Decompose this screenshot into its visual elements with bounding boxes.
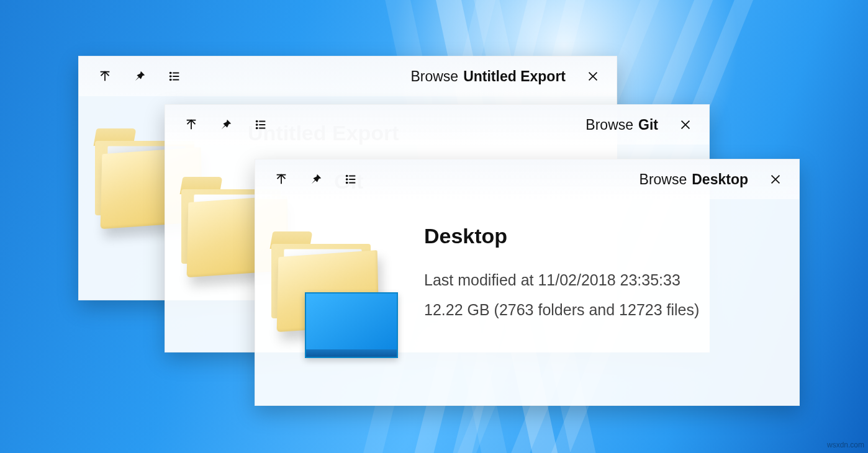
up-button[interactable] — [264, 167, 299, 192]
close-icon — [586, 70, 600, 83]
breadcrumb[interactable]: Browse Desktop — [640, 171, 748, 188]
list-options-icon — [344, 173, 358, 186]
toolbar: Browse Git — [165, 105, 709, 145]
toolbar: Browse Untitled Export — [79, 56, 617, 96]
browse-label: Browse — [640, 171, 687, 188]
pin-icon — [133, 70, 147, 83]
svg-point-7 — [346, 179, 348, 180]
folder-title: Desktop — [424, 224, 780, 248]
svg-point-6 — [346, 176, 348, 177]
close-button[interactable] — [671, 112, 700, 137]
browse-name: Untitled Export — [463, 68, 566, 85]
pin-icon — [219, 118, 233, 132]
breadcrumb[interactable]: Browse Untitled Export — [410, 68, 566, 85]
pin-button[interactable] — [299, 167, 333, 192]
svg-point-8 — [346, 182, 348, 184]
svg-point-3 — [256, 121, 258, 122]
info-panel: Desktop Last modified at 11/02/2018 23:3… — [424, 218, 780, 361]
folder-thumbnail — [265, 218, 402, 361]
options-button[interactable] — [157, 64, 192, 89]
svg-point-4 — [256, 124, 258, 125]
list-options-icon — [168, 70, 181, 83]
up-button[interactable] — [174, 112, 209, 137]
size-stats: 12.22 GB (2763 folders and 12723 files) — [424, 295, 780, 325]
pin-icon — [309, 173, 323, 186]
svg-point-1 — [170, 76, 171, 77]
arrow-up-icon — [98, 70, 112, 83]
up-button[interactable] — [88, 64, 122, 89]
svg-point-2 — [170, 79, 171, 81]
options-button[interactable] — [333, 167, 368, 192]
browse-label: Browse — [410, 68, 458, 85]
arrow-up-icon — [184, 118, 198, 132]
close-icon — [679, 118, 692, 132]
arrow-up-icon — [274, 173, 288, 186]
browse-name: Desktop — [692, 171, 748, 188]
preview-window-desktop: Browse Desktop Desktop Last modified at … — [255, 159, 800, 406]
svg-point-0 — [170, 73, 171, 74]
breadcrumb[interactable]: Browse Git — [585, 117, 658, 133]
desktop-overlay-icon — [305, 292, 398, 358]
options-button[interactable] — [243, 112, 278, 137]
svg-point-5 — [256, 128, 258, 129]
watermark: wsxdn.com — [827, 441, 864, 449]
browse-name: Git — [638, 117, 658, 133]
pin-button[interactable] — [122, 64, 157, 89]
list-options-icon — [254, 118, 268, 132]
close-icon — [769, 173, 782, 186]
pin-button[interactable] — [209, 112, 243, 137]
last-modified: Last modified at 11/02/2018 23:35:33 — [424, 266, 780, 295]
browse-label: Browse — [585, 117, 633, 133]
toolbar: Browse Desktop — [255, 159, 799, 199]
close-button[interactable] — [578, 64, 608, 89]
close-button[interactable] — [761, 167, 790, 192]
